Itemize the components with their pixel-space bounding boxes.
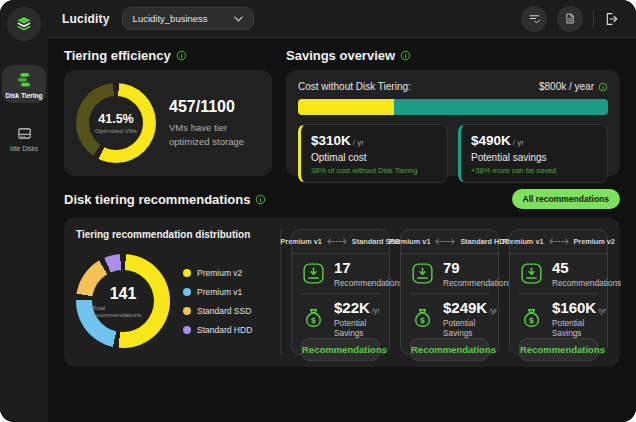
document-button[interactable] xyxy=(557,6,583,32)
sidebar: Disk Tiering Idle Disks xyxy=(0,0,48,422)
recommendations-button[interactable]: Recommendations xyxy=(519,338,598,361)
recommendation-card: Premium v1 Premium v2 xyxy=(509,229,608,355)
recommendations-panel: Tiering recommendation distribution 141 … xyxy=(64,217,620,367)
legend-item: Standard SSD xyxy=(183,306,252,316)
savings-unit: /yr xyxy=(598,307,606,314)
legend-item: Premium v2 xyxy=(183,268,252,278)
logout-button[interactable] xyxy=(604,11,620,27)
savings-value: $160K xyxy=(552,299,596,316)
legend-dot xyxy=(183,288,191,296)
money-bag-icon: $ xyxy=(410,306,435,331)
info-icon[interactable] xyxy=(598,82,608,92)
legend-label: Standard SSD xyxy=(197,306,251,316)
distribution-legend: Premium v2 Premium v1 Standard SSD xyxy=(183,268,252,335)
legend-label: Premium v2 xyxy=(197,268,242,278)
money-bag-icon: $ xyxy=(301,306,326,331)
money-bag-icon: $ xyxy=(519,306,544,331)
main-content: Tiering efficiency 41.5% Optimized VM xyxy=(48,38,636,422)
potential-savings-box: $490K/ yr Potential savings +38% more ca… xyxy=(458,124,608,183)
cost-bar-total: $800k / year xyxy=(539,81,594,92)
recommendations-button[interactable]: Recommendations xyxy=(410,338,489,361)
recommendations-title: Disk tiering recommendations xyxy=(64,192,250,207)
legend-item: Standard HDD xyxy=(183,325,252,335)
sidebar-item-label: Idle Disks xyxy=(10,145,38,152)
topbar-divider xyxy=(593,11,594,27)
tier-transition-arrow-icon xyxy=(434,238,456,245)
tier-from: Premium v1 xyxy=(389,237,430,246)
workspace-dropdown-value: Lucidity_business xyxy=(133,13,208,24)
savings-label: Potential Savings xyxy=(552,318,606,338)
cost-bar-label: Cost without Disk Tiering: xyxy=(298,81,411,92)
recommendation-card: Premium v1 Standard SSD xyxy=(291,229,390,355)
optimal-cost-value: $310K xyxy=(311,133,351,148)
recommendations-button[interactable]: Recommendations xyxy=(301,338,380,361)
savings-unit: /yr xyxy=(489,307,497,314)
efficiency-donut-chart: 41.5% Optimized VMs xyxy=(76,83,156,163)
sidebar-nav: Disk Tiering Idle Disks xyxy=(2,65,46,156)
recommendation-count: 45 xyxy=(552,260,621,277)
legend-dot xyxy=(183,326,191,334)
brand-name: Lucidity xyxy=(62,12,110,26)
recommendation-count: 17 xyxy=(334,260,403,277)
legend-item: Premium v1 xyxy=(183,287,252,297)
workspace-dropdown[interactable]: Lucidity_business xyxy=(122,7,254,30)
tier-to: Premium v2 xyxy=(574,237,615,246)
tier-from: Premium v1 xyxy=(502,237,543,246)
info-icon[interactable] xyxy=(400,50,411,61)
info-icon[interactable] xyxy=(176,50,187,61)
optimal-cost-label: Optimal cost xyxy=(311,152,437,163)
optimal-cost-box: $310K/ yr Optimal cost 38% of cost witho… xyxy=(298,124,448,183)
tier-transition-arrow-icon xyxy=(326,238,348,245)
recommendation-count: 79 xyxy=(443,260,512,277)
potential-savings-unit: / yr xyxy=(513,138,524,147)
savings-overview-card: Cost without Disk Tiering: $800k / year xyxy=(286,70,620,176)
lucidity-logo-icon xyxy=(15,15,33,33)
drive-download-icon xyxy=(410,261,435,286)
svg-text:$: $ xyxy=(311,315,316,324)
sidebar-item-disk-tiering[interactable]: Disk Tiering xyxy=(2,65,46,103)
savings-value: $22K xyxy=(334,299,370,316)
vertical-divider xyxy=(280,229,281,355)
distribution-section: Tiering recommendation distribution 141 … xyxy=(76,229,270,355)
cost-stacked-bar xyxy=(298,99,608,115)
savings-label: Potential Savings xyxy=(334,318,380,338)
vm-ratio: 457/1100 xyxy=(169,98,260,116)
drive-download-icon xyxy=(519,261,544,286)
optimal-cost-unit: / yr xyxy=(353,138,364,147)
app-window: Disk Tiering Idle Disks Lucidity Lucidit… xyxy=(0,0,636,422)
legend-dot xyxy=(183,307,191,315)
savings-value: $249K xyxy=(443,299,487,316)
savings-overview-title: Savings overview xyxy=(286,48,395,63)
svg-text:$: $ xyxy=(420,315,425,324)
tier-transition-arrow-icon xyxy=(548,238,570,245)
potential-savings-value: $490K xyxy=(471,133,511,148)
task-list-icon xyxy=(528,12,541,25)
distribution-title: Tiering recommendation distribution xyxy=(76,229,270,240)
lucidity-logo[interactable] xyxy=(7,7,41,41)
disk-stack-icon xyxy=(15,71,33,89)
hard-drive-icon xyxy=(16,125,33,142)
savings-unit: /yr xyxy=(372,307,380,314)
document-icon xyxy=(564,12,576,25)
recommendation-count-label: Recommendations xyxy=(334,278,403,288)
optimal-cost-note: 38% of cost without Disk Tiering xyxy=(311,166,437,175)
all-recommendations-button[interactable]: All recommendations xyxy=(512,189,620,209)
optimized-percent-label: Optimized VMs xyxy=(95,127,137,134)
topbar: Lucidity Lucidity_business xyxy=(48,0,636,38)
optimized-percent: 41.5% xyxy=(98,112,133,126)
sidebar-item-idle-disks[interactable]: Idle Disks xyxy=(2,119,46,156)
total-recommendations-value: 141 xyxy=(110,285,137,303)
distribution-donut-chart: 141 Total recommendations xyxy=(76,254,170,348)
recommendation-count-label: Recommendations xyxy=(552,278,621,288)
total-recommendations-label: Total recommendations xyxy=(92,304,154,318)
chevron-down-icon xyxy=(234,16,243,22)
drive-download-icon xyxy=(301,261,326,286)
svg-text:$: $ xyxy=(529,315,534,324)
recommendation-card: Premium v1 Standard HDD xyxy=(400,229,499,355)
legend-label: Premium v1 xyxy=(197,287,242,297)
tiering-efficiency-card: 41.5% Optimized VMs 457/1100 VMs have ti… xyxy=(64,70,272,176)
potential-savings-label: Potential savings xyxy=(471,152,597,163)
info-icon[interactable] xyxy=(255,194,266,205)
savings-label: Potential Savings xyxy=(443,318,497,338)
task-list-button[interactable] xyxy=(521,6,547,32)
